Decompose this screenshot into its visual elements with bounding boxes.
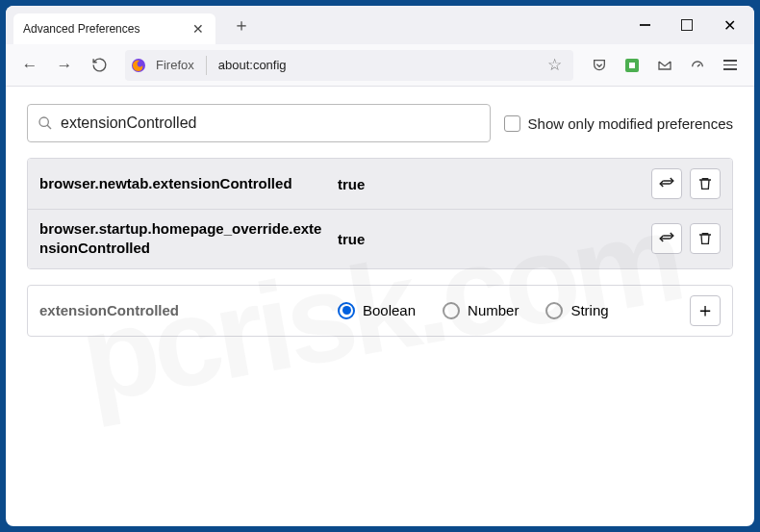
newtab-button[interactable]: ＋ — [225, 10, 258, 40]
search-box[interactable] — [27, 104, 491, 142]
dashboard-icon[interactable] — [683, 51, 712, 80]
radio-label: Number — [468, 302, 519, 318]
new-preference-key: extensionControlled — [39, 302, 328, 318]
svg-rect-2 — [629, 63, 635, 68]
add-preference-button[interactable]: ＋ — [690, 295, 721, 326]
radio-label: String — [570, 302, 608, 318]
address-bar[interactable]: Firefox about:config ☆ — [125, 50, 573, 81]
toolbar-actions — [585, 51, 745, 80]
radio-icon — [545, 302, 563, 319]
type-number-radio[interactable]: Number — [443, 302, 519, 319]
url-text: about:config — [218, 58, 536, 72]
browser-window: Advanced Preferences ✕ ＋ ✕ ← → Firefox a… — [6, 6, 754, 526]
forward-button[interactable]: → — [50, 51, 79, 80]
minimize-button[interactable] — [623, 10, 666, 40]
type-boolean-radio[interactable]: Boolean — [338, 302, 416, 319]
close-tab-icon[interactable]: ✕ — [192, 21, 204, 37]
delete-button[interactable] — [690, 223, 721, 254]
preference-value: true — [338, 176, 642, 192]
menu-button[interactable] — [716, 51, 745, 80]
type-string-radio[interactable]: String — [545, 302, 608, 319]
pocket-icon[interactable] — [585, 51, 614, 80]
search-icon — [38, 115, 53, 131]
config-content: Show only modified preferences browser.n… — [6, 87, 754, 526]
show-only-modified-toggle[interactable]: Show only modified preferences — [504, 115, 733, 132]
urlbar-separator — [206, 56, 207, 75]
back-button[interactable]: ← — [15, 51, 44, 80]
identity-label: Firefox — [152, 58, 194, 72]
row-actions — [651, 223, 721, 254]
toggle-button[interactable] — [651, 223, 682, 254]
row-actions — [651, 168, 721, 199]
preference-row: browser.newtab.extensionControlled true — [28, 159, 732, 209]
search-input[interactable] — [61, 114, 480, 132]
show-only-label: Show only modified preferences — [528, 115, 733, 132]
active-tab[interactable]: Advanced Preferences ✕ — [13, 13, 215, 44]
delete-button[interactable] — [690, 168, 721, 199]
firefox-icon — [131, 58, 146, 73]
toggle-button[interactable] — [651, 168, 682, 199]
preference-value: true — [338, 231, 642, 247]
checkbox-icon — [504, 115, 520, 132]
titlebar: Advanced Preferences ✕ ＋ ✕ — [6, 6, 754, 44]
tab-title: Advanced Preferences — [23, 22, 139, 36]
new-preference-row: extensionControlled Boolean Number Strin… — [27, 285, 733, 337]
svg-point-3 — [39, 117, 48, 126]
radio-icon — [338, 302, 355, 319]
preference-key: browser.startup.homepage_override.extens… — [39, 219, 328, 259]
radio-icon — [443, 302, 460, 319]
maximize-button[interactable] — [666, 10, 708, 40]
search-row: Show only modified preferences — [27, 104, 733, 142]
extension-icon[interactable] — [618, 51, 646, 80]
preference-list: browser.newtab.extensionControlled true … — [27, 158, 733, 269]
preference-row: browser.startup.homepage_override.extens… — [28, 209, 732, 268]
type-radio-group: Boolean Number String — [338, 302, 680, 319]
close-window-button[interactable]: ✕ — [708, 10, 750, 40]
reload-button[interactable] — [85, 51, 114, 80]
window-controls: ✕ — [623, 6, 750, 44]
navigation-toolbar: ← → Firefox about:config ☆ — [6, 44, 754, 87]
preference-key: browser.newtab.extensionControlled — [39, 174, 328, 193]
bookmark-star-icon[interactable]: ☆ — [542, 55, 568, 75]
mail-icon[interactable] — [650, 51, 679, 80]
radio-label: Boolean — [363, 302, 416, 318]
